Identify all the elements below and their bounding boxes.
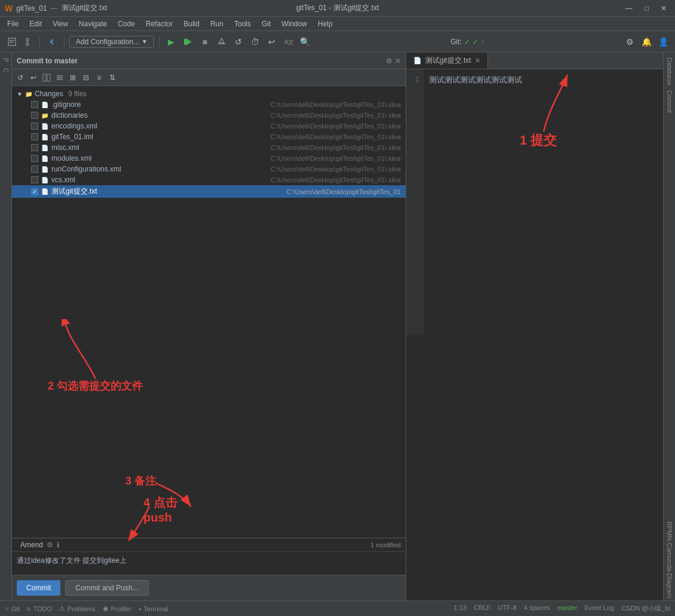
cursor-position[interactable]: 1:13 bbox=[453, 604, 466, 613]
checkbox-dictionaries[interactable] bbox=[31, 112, 38, 119]
checkbox-modules[interactable] bbox=[31, 155, 38, 162]
build-button[interactable] bbox=[214, 35, 229, 49]
checkbox-encodings[interactable] bbox=[31, 122, 38, 130]
commit-and-push-button[interactable]: Commit and Push... bbox=[65, 580, 148, 596]
checkbox-gitignore[interactable] bbox=[31, 101, 38, 108]
checkbox-txt[interactable]: ✓ bbox=[31, 188, 38, 195]
tab-name: 测试git提交.txt bbox=[425, 56, 471, 66]
run-button[interactable]: ▶ bbox=[164, 35, 179, 49]
toolbar-left bbox=[5, 35, 35, 49]
refresh-changes-btn[interactable]: ↺ bbox=[14, 72, 26, 84]
line-endings[interactable]: CRLF bbox=[474, 604, 491, 613]
sidebar-commit-icon[interactable]: C bbox=[1, 66, 11, 75]
amend-info-icon[interactable]: ℹ bbox=[57, 541, 60, 549]
branch-status[interactable]: master bbox=[557, 604, 578, 613]
file-item-vcs[interactable]: 📄 vcs.xml C:\Users\dell\Desktop\gitTest\… bbox=[12, 174, 406, 185]
sidebar-project-icon[interactable]: P bbox=[1, 55, 11, 65]
close-panel-icon[interactable]: ✕ bbox=[395, 57, 401, 65]
modules-path: C:\Users\dell\Desktop\gitTest\gitTes_01\… bbox=[271, 155, 401, 162]
menu-build[interactable]: Build bbox=[179, 19, 204, 29]
changes-header[interactable]: ▼ 📁 Changes 9 files bbox=[12, 88, 406, 99]
terminal-label: Terminal bbox=[143, 605, 168, 612]
menu-help[interactable]: Help bbox=[313, 19, 338, 29]
changes-label: Changes bbox=[35, 90, 63, 98]
toolbar-vcs-btn[interactable] bbox=[20, 35, 35, 49]
file-item-runconfigs[interactable]: 📄 runConfigurations.xml C:\Users\dell\De… bbox=[12, 164, 406, 174]
indent-size[interactable]: 4 spaces bbox=[524, 604, 550, 613]
file-encoding[interactable]: UTF-8 bbox=[498, 604, 517, 613]
checkbox-runconfigs[interactable] bbox=[31, 166, 38, 173]
sort-btn[interactable]: ⇅ bbox=[106, 72, 118, 84]
undo-button[interactable]: ↩ bbox=[265, 35, 279, 49]
file-item-misc[interactable]: 📄 misc.xml C:\Users\dell\Desktop\gitTest… bbox=[12, 142, 406, 153]
file-item-encodings[interactable]: 📄 encodings.xml C:\Users\dell\Desktop\gi… bbox=[12, 121, 406, 131]
tab-file-icon: 📄 bbox=[413, 57, 422, 65]
menu-code[interactable]: Code bbox=[113, 19, 140, 29]
refresh-button[interactable]: ↺ bbox=[231, 35, 246, 49]
expand-btn[interactable]: ⊞ bbox=[67, 72, 79, 84]
debug-button[interactable] bbox=[181, 35, 195, 49]
more-btn[interactable]: ≡ bbox=[93, 72, 105, 84]
checkbox-iml[interactable] bbox=[31, 133, 38, 140]
main-toolbar: Add Configuration... ▼ ▶ ■ ↺ ⏱ ↩ A文 🔍 Gi… bbox=[0, 31, 675, 53]
todo-item[interactable]: ≡ TODO bbox=[27, 605, 52, 612]
profile-btn[interactable]: 👤 bbox=[656, 35, 670, 49]
terminal-item[interactable]: ▪ Terminal bbox=[139, 605, 168, 612]
file-item-txt[interactable]: ✓ 📄 测试git提交.txt C:\Users\dell\Desktop\gi… bbox=[12, 185, 406, 198]
menu-run[interactable]: Run bbox=[205, 19, 228, 29]
tab-close-icon[interactable]: ✕ bbox=[475, 57, 480, 65]
sidebar-commit-right-label[interactable]: Commit bbox=[666, 88, 673, 115]
editor-tab-txt[interactable]: 📄 测试git提交.txt ✕ bbox=[406, 53, 488, 69]
sidebar-database-label[interactable]: Database bbox=[666, 55, 673, 88]
sidebar-bpmn-label[interactable]: BPMN-Camunda-Diagram bbox=[666, 519, 673, 600]
commit-message-text[interactable]: 通过idea修改了文件 提交到gitee上 bbox=[14, 554, 403, 572]
history-button[interactable]: ⏱ bbox=[248, 35, 262, 49]
back-btn[interactable] bbox=[45, 35, 59, 49]
search-button[interactable]: 🔍 bbox=[298, 35, 312, 49]
svg-rect-13 bbox=[47, 74, 50, 81]
translate-button[interactable]: A文 bbox=[281, 35, 296, 49]
file-item-iml[interactable]: 📄 gitTes_01.iml C:\Users\dell\Desktop\gi… bbox=[12, 131, 406, 142]
minimize-button[interactable]: — bbox=[622, 4, 636, 13]
gitignore-icon: 📄 bbox=[41, 100, 49, 109]
checkbox-vcs[interactable] bbox=[31, 176, 38, 183]
stop-button[interactable]: ■ bbox=[198, 35, 212, 49]
annotation-2: 2 勾选需提交的文件 bbox=[48, 379, 143, 393]
file-item-dictionaries[interactable]: 📁 dictionaries C:\Users\dell\Desktop\git… bbox=[12, 110, 406, 121]
editor-text[interactable]: 测试测试测试测试测试测试 bbox=[424, 69, 663, 335]
commit-button[interactable]: Commit bbox=[17, 580, 60, 596]
file-item-gitignore[interactable]: 📄 .gitignore C:\Users\dell\Desktop\gitTe… bbox=[12, 99, 406, 110]
git-status: Git: ✓ ✓ ↑ bbox=[450, 38, 484, 46]
menu-navigate[interactable]: Navigate bbox=[74, 19, 112, 29]
close-button[interactable]: ✕ bbox=[657, 4, 670, 13]
editor-annotation-area bbox=[406, 335, 663, 601]
settings-btn[interactable]: ⚙ bbox=[622, 35, 637, 49]
amend-settings-icon[interactable]: ⚙ bbox=[47, 541, 53, 549]
menu-edit[interactable]: Edit bbox=[24, 19, 47, 29]
menu-file[interactable]: File bbox=[2, 19, 23, 29]
menu-refactor[interactable]: Refactor bbox=[141, 19, 177, 29]
profiler-item[interactable]: ◉ Profiler bbox=[103, 605, 132, 612]
rollback-btn[interactable]: ↩ bbox=[27, 72, 39, 84]
file-tree: ▼ 📁 Changes 9 files 📄 .gitignore C:\User… bbox=[12, 86, 406, 313]
problems-item[interactable]: ⚠ Problems bbox=[59, 605, 95, 612]
todo-icon: ≡ bbox=[27, 605, 30, 612]
menu-git[interactable]: Git bbox=[257, 19, 275, 29]
group-by-btn[interactable] bbox=[54, 72, 66, 84]
maximize-button[interactable]: □ bbox=[641, 4, 652, 13]
toolbar-project-btn[interactable] bbox=[5, 35, 19, 49]
terminal-icon: ▪ bbox=[139, 605, 141, 612]
collapse-btn[interactable]: ⊟ bbox=[80, 72, 92, 84]
menu-tools[interactable]: Tools bbox=[229, 19, 256, 29]
notifications-btn[interactable]: 🔔 bbox=[639, 35, 653, 49]
menu-window[interactable]: Window bbox=[277, 19, 312, 29]
event-log[interactable]: Event Log bbox=[584, 604, 614, 613]
file-item-modules[interactable]: 📄 modules.xml C:\Users\dell\Desktop\gitT… bbox=[12, 153, 406, 164]
checkbox-misc[interactable] bbox=[31, 144, 38, 151]
vcs-path: C:\Users\dell\Desktop\gitTest\gitTes_01\… bbox=[271, 176, 401, 183]
menu-view[interactable]: View bbox=[48, 19, 73, 29]
settings-icon[interactable]: ⚙ bbox=[386, 57, 392, 65]
git-status-item[interactable]: ⑂ Git bbox=[5, 605, 20, 612]
add-configuration-button[interactable]: Add Configuration... ▼ bbox=[69, 36, 154, 48]
show-diff-btn[interactable] bbox=[41, 72, 53, 84]
